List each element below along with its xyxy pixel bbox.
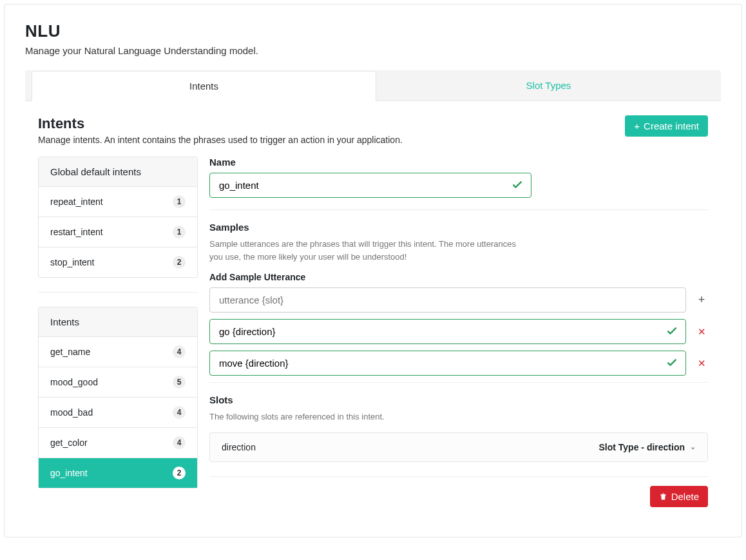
slot-type-label: Slot Type - direction [598, 442, 685, 452]
intent-item[interactable]: mood_good 5 [39, 367, 197, 398]
intent-name: mood_good [50, 377, 98, 387]
slots-block: Slots The following slots are referenced… [209, 394, 708, 462]
count-badge: 1 [173, 195, 186, 208]
global-intent-item[interactable]: restart_intent 1 [39, 217, 197, 247]
section-divider [209, 382, 708, 383]
slot-type-select[interactable]: Slot Type - direction ⌄ [598, 442, 696, 452]
create-intent-label: Create intent [644, 121, 699, 131]
count-badge: 4 [173, 436, 186, 449]
intent-item[interactable]: get_color 4 [39, 428, 197, 458]
intent-item[interactable]: get_name 4 [39, 337, 197, 367]
global-intents-card: Global default intents repeat_intent 1 r… [38, 157, 198, 278]
chevron-down-icon: ⌄ [690, 443, 696, 451]
count-badge: 4 [173, 406, 186, 419]
remove-utterance-button[interactable]: ✕ [695, 326, 708, 338]
intents-header: Intents [39, 307, 197, 337]
add-utterance-button[interactable]: + [695, 293, 708, 307]
trash-icon [659, 492, 667, 501]
sidebar-separator [38, 292, 198, 293]
intents-card: Intents get_name 4 mood_good 5 mood_bad … [38, 307, 198, 488]
tab-bar: Intents Slot Types [25, 70, 721, 101]
page-title: NLU [25, 21, 721, 41]
utterance-row: ✕ [209, 351, 708, 376]
plus-icon: + [698, 293, 705, 306]
panel-header: Intents Manage intents. An intent contai… [38, 115, 708, 145]
intents-panel: Intents Manage intents. An intent contai… [25, 101, 721, 514]
name-field-wrap [209, 173, 531, 198]
add-sample-label: Add Sample Utterance [209, 272, 708, 282]
intent-name: go_intent [50, 468, 88, 478]
delete-label: Delete [671, 491, 699, 502]
slots-heading: Slots [209, 394, 708, 405]
intent-item[interactable]: mood_bad 4 [39, 398, 197, 428]
check-icon [665, 324, 678, 339]
utterance-input[interactable] [209, 319, 686, 344]
samples-heading: Samples [209, 222, 708, 233]
intents-description: Manage intents. An intent contains the p… [38, 135, 403, 145]
add-utterance-row: + [209, 287, 708, 313]
global-intent-name: stop_intent [50, 257, 95, 267]
samples-helper: Sample utterances are the phrases that w… [209, 238, 531, 263]
tab-intents[interactable]: Intents [32, 71, 376, 101]
add-utterance-input[interactable] [209, 287, 686, 313]
count-badge: 1 [173, 226, 186, 238]
sidebar: Global default intents repeat_intent 1 r… [38, 157, 198, 507]
intent-name: get_color [50, 438, 88, 448]
intents-heading: Intents [38, 115, 403, 132]
create-intent-button[interactable]: + Create intent [625, 115, 708, 137]
plus-icon: + [634, 121, 640, 131]
slot-name: direction [222, 442, 256, 452]
global-intents-header: Global default intents [39, 157, 197, 187]
intent-item[interactable]: go_intent 2 [39, 458, 197, 488]
intent-detail: Name Samples Sample utterances are the p… [209, 157, 708, 507]
count-badge: 2 [173, 467, 186, 479]
nlu-page: NLU Manage your Natural Language Underst… [4, 4, 742, 537]
name-label: Name [209, 157, 708, 168]
count-badge: 5 [173, 376, 186, 389]
slot-row: direction Slot Type - direction ⌄ [209, 432, 708, 462]
utterance-row: ✕ [209, 319, 708, 344]
global-intent-item[interactable]: stop_intent 2 [39, 247, 197, 277]
check-icon [665, 356, 678, 371]
global-intent-name: repeat_intent [50, 197, 103, 207]
slots-helper: The following slots are referenced in th… [209, 410, 531, 423]
global-intent-name: restart_intent [50, 227, 103, 237]
delete-intent-button[interactable]: Delete [650, 486, 708, 507]
footer-actions: Delete [209, 476, 708, 507]
layout: Global default intents repeat_intent 1 r… [38, 157, 708, 507]
name-input[interactable] [209, 173, 531, 198]
check-icon [511, 178, 524, 193]
close-icon: ✕ [698, 358, 706, 369]
global-intent-item[interactable]: repeat_intent 1 [39, 187, 197, 217]
count-badge: 2 [173, 256, 186, 269]
samples-block: Add Sample Utterance + [209, 272, 708, 376]
page-subtitle: Manage your Natural Language Understandi… [25, 45, 721, 56]
section-divider [209, 209, 708, 210]
tab-slot-types[interactable]: Slot Types [376, 70, 721, 101]
count-badge: 4 [173, 345, 186, 358]
intent-name: get_name [50, 347, 90, 357]
intent-name: mood_bad [50, 407, 93, 418]
close-icon: ✕ [698, 326, 706, 337]
utterance-input[interactable] [209, 351, 686, 376]
remove-utterance-button[interactable]: ✕ [695, 358, 708, 369]
